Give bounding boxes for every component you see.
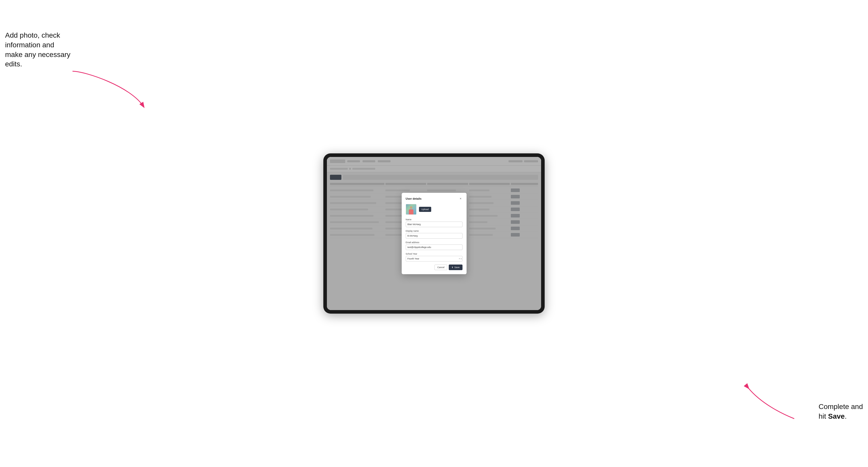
school-year-chevron-button[interactable]: ▾ [461,258,462,260]
tablet-frame: User details × [323,153,545,314]
name-label: Name [406,218,463,221]
email-label: Email address [406,241,463,244]
display-name-input[interactable] [406,233,463,239]
school-year-input[interactable] [406,256,463,261]
school-year-label: School Year [406,253,463,255]
tablet-screen: User details × [327,157,541,310]
display-name-label: Display name [406,230,463,232]
app-background: User details × [327,157,541,310]
save-button[interactable]: ⬆ Save [449,264,463,270]
arrow-left-icon [65,66,151,122]
arrow-right-icon [741,383,797,424]
modal-close-button[interactable]: × [459,197,463,200]
photo-thumbnail [406,204,416,215]
annotation-right: Complete and hit Save. [819,402,863,421]
school-year-controls: × ▾ [459,258,462,260]
annotation-left: Add photo, check information and make an… [5,31,71,69]
person-body [409,209,413,214]
modal-overlay: User details × [327,157,541,310]
annotation-right-line1: Complete and [819,403,863,410]
school-year-field-group: School Year × ▾ [406,253,463,261]
school-year-clear-button[interactable]: × [459,258,460,260]
annotation-left-text: Add photo, check information and make an… [5,31,70,68]
profile-photo [406,204,416,214]
display-name-field-group: Display name [406,230,463,239]
modal-header: User details × [406,197,463,200]
modal-title: User details [406,197,422,200]
name-field-group: Name [406,218,463,227]
email-field-group: Email address [406,241,463,250]
modal-footer: Cancel ⬆ Save [406,264,463,270]
photo-section: Upload [406,204,463,215]
close-icon: × [460,197,462,200]
school-year-input-container: × ▾ [406,256,463,261]
upload-button[interactable]: Upload [419,207,431,212]
annotation-right-line2: hit Save. [819,412,847,420]
email-input[interactable] [406,244,463,250]
name-input[interactable] [406,222,463,227]
save-icon: ⬆ [452,266,453,269]
scene: Add photo, check information and make an… [0,0,868,467]
person-head [410,206,412,209]
cancel-button[interactable]: Cancel [435,264,447,270]
save-label: Save [454,266,460,269]
user-details-modal: User details × [402,193,467,274]
